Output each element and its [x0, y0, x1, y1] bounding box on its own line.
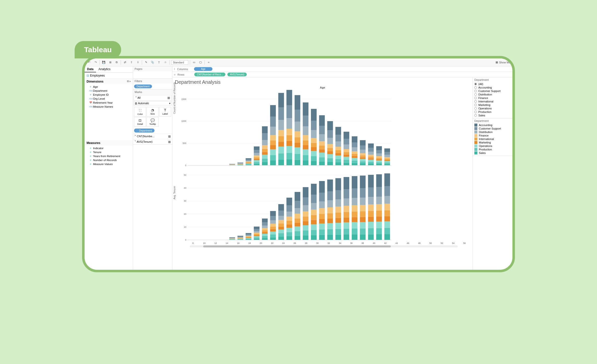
- radio-icon: [474, 100, 477, 103]
- legend-item[interactable]: Production: [474, 148, 511, 151]
- svg-rect-86: [254, 153, 259, 156]
- legend-item[interactable]: Marketing: [474, 141, 511, 144]
- mark-detail-button[interactable]: ⊡Detail: [134, 117, 146, 127]
- filter-pill-department[interactable]: Department: [134, 85, 152, 88]
- legend-item[interactable]: International: [474, 137, 511, 141]
- horizontal-scrollbar[interactable]: [190, 245, 458, 247]
- svg-rect-74: [246, 163, 251, 163]
- x-axis-header: Age: [175, 86, 470, 89]
- mark-size-button[interactable]: ◔Size: [147, 107, 158, 117]
- legend-item[interactable]: Operations: [474, 144, 511, 148]
- dimension-field[interactable]: #Employee ID: [85, 93, 133, 97]
- swap-icon[interactable]: ⇄: [122, 60, 127, 65]
- marks-sub-avg[interactable]: ˅ AVG(Tenure)▥: [133, 139, 172, 144]
- measure-field[interactable]: #Number of Records: [85, 158, 133, 162]
- marks-sub-cnt[interactable]: ˅ CNT(Numbe...▥: [133, 134, 172, 139]
- save-icon[interactable]: 💾: [101, 60, 106, 65]
- highlight-icon[interactable]: ✎: [144, 60, 149, 65]
- svg-rect-55: [229, 165, 235, 165]
- dimension-field[interactable]: AbcOrg Level: [85, 97, 133, 101]
- filter-option[interactable]: Marketing: [474, 103, 511, 107]
- pin-icon[interactable]: ☆: [163, 60, 168, 65]
- legend-item[interactable]: Customer Support: [474, 127, 511, 130]
- filter-option[interactable]: Accounting: [474, 86, 511, 89]
- svg-rect-297: [229, 238, 235, 238]
- mark-type-dropdown[interactable]: ▥ Automatic ▾: [134, 101, 172, 105]
- mark-tooltip-button[interactable]: 💬Tooltip: [147, 117, 158, 127]
- undo-icon[interactable]: ↶: [87, 60, 92, 65]
- tab-analytics[interactable]: Analytics: [96, 66, 113, 72]
- tab-data[interactable]: Data: [85, 66, 96, 72]
- measure-field[interactable]: #Indicator: [85, 146, 133, 150]
- sort-desc-icon[interactable]: ⇩: [135, 60, 140, 65]
- svg-rect-444: [368, 234, 374, 240]
- legend-item[interactable]: Finance: [474, 134, 511, 137]
- text-icon[interactable]: T: [156, 60, 161, 65]
- svg-rect-435: [360, 234, 366, 240]
- presentation-icon[interactable]: ▭: [192, 60, 197, 65]
- svg-rect-419: [344, 223, 349, 229]
- filter-option[interactable]: Production: [474, 110, 511, 114]
- show-me-button[interactable]: ▦ Show Me: [496, 61, 510, 64]
- svg-rect-303: [238, 238, 243, 239]
- legend-item[interactable]: Accounting: [474, 123, 511, 127]
- dimension-field[interactable]: 📅Retirement Year: [85, 101, 133, 105]
- rows-pill-avg[interactable]: AVG(Tenure): [227, 73, 247, 76]
- svg-rect-181: [344, 157, 349, 160]
- filter-option[interactable]: Sales: [474, 114, 511, 117]
- svg-rect-58: [229, 165, 235, 165]
- svg-rect-346: [278, 233, 284, 237]
- measure-field[interactable]: #Tenure: [85, 150, 133, 154]
- svg-rect-459: [376, 197, 382, 204]
- marks-pill-department[interactable]: ⸬Department: [134, 129, 154, 133]
- filter-option[interactable]: (All): [474, 82, 511, 86]
- marks-all-toggle[interactable]: ˄ All ▥: [134, 95, 172, 101]
- search-fields-icon[interactable]: ⊞ ▸: [127, 80, 131, 83]
- legend-item[interactable]: Sales: [474, 151, 511, 155]
- mark-label-button[interactable]: TLabel: [159, 107, 171, 117]
- filter-option[interactable]: Distribution: [474, 93, 511, 96]
- measure-field[interactable]: #Measure Values: [85, 162, 133, 166]
- scrollbar-thumb[interactable]: [203, 245, 391, 247]
- filter-option[interactable]: Customer Support: [474, 89, 511, 93]
- dimension-field[interactable]: #Age: [85, 85, 133, 89]
- sort-asc-icon[interactable]: ⇧: [129, 60, 134, 65]
- filter-option[interactable]: Finance: [474, 96, 511, 100]
- fit-dropdown[interactable]: Standard: [171, 60, 188, 65]
- duplicate-icon[interactable]: ⧉: [114, 60, 119, 65]
- bar-chart-icon: ▥: [167, 96, 170, 99]
- redo-icon[interactable]: ↷: [93, 60, 98, 65]
- datasource-item[interactable]: ⊟ Employees: [85, 73, 133, 79]
- svg-rect-407: [327, 180, 333, 191]
- rows-pill-cnt[interactable]: CNT(Number of Reco...: [194, 73, 225, 76]
- svg-rect-349: [278, 224, 284, 227]
- mark-color-button[interactable]: ⸬Color: [134, 107, 146, 117]
- new-worksheet-icon[interactable]: ⊞: [108, 60, 113, 65]
- attach-icon[interactable]: 📎: [150, 60, 155, 65]
- svg-rect-465: [384, 216, 390, 222]
- svg-rect-322: [254, 234, 259, 235]
- measure-field[interactable]: #Years from Retirement: [85, 154, 133, 158]
- columns-pill-age[interactable]: Age: [194, 67, 212, 71]
- dimension-field[interactable]: AbcDepartment: [85, 89, 133, 93]
- product-badge: Tableau: [75, 41, 121, 58]
- columns-shelf[interactable]: ⦀ Columns Age: [172, 66, 512, 72]
- filters-shelf[interactable]: Filters Department: [133, 79, 172, 90]
- rows-shelf[interactable]: ≡ Rows CNT(Number of Reco... AVG(Tenure): [172, 72, 512, 77]
- svg-rect-81: [254, 162, 259, 164]
- field-type-icon: Abc: [89, 97, 92, 100]
- svg-rect-211: [368, 155, 374, 156]
- dimension-field[interactable]: AbcMeasure Names: [85, 105, 133, 109]
- color-icon: ⸬: [135, 108, 145, 112]
- visualization-canvas[interactable]: Department Analysis Age Count of Number …: [172, 77, 473, 270]
- svg-rect-213: [368, 148, 374, 152]
- device-icon[interactable]: 🖵: [198, 60, 203, 65]
- svg-rect-107: [278, 160, 284, 165]
- viz-title[interactable]: Department Analysis: [175, 79, 470, 85]
- svg-rect-169: [327, 121, 333, 130]
- share-icon[interactable]: ∝: [206, 60, 211, 65]
- filter-option[interactable]: Operations: [474, 107, 511, 110]
- pages-shelf[interactable]: Pages: [133, 66, 172, 79]
- filter-option[interactable]: International: [474, 100, 511, 103]
- legend-item[interactable]: Distribution: [474, 130, 511, 134]
